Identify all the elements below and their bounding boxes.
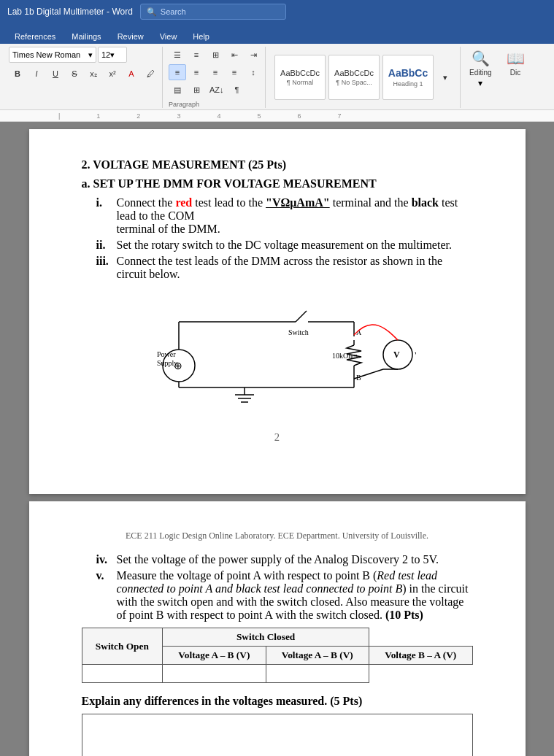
style-nospacing-preview: AaBbCcDc	[334, 69, 374, 77]
strikethrough-button[interactable]: S	[66, 66, 83, 82]
line-spacing-button[interactable]: ↕	[245, 64, 262, 80]
dic-label: Dic	[510, 69, 520, 77]
table-header-switch-open: Switch Open	[82, 628, 163, 665]
align-left-button[interactable]: ≡	[169, 64, 186, 80]
step-iii-num: iii.	[96, 255, 111, 281]
justify-button[interactable]: ≡	[226, 64, 243, 80]
font-name-dropdown[interactable]: Times New Roman ▾	[9, 47, 96, 63]
circuit-diagram: Power Supply ⊕ Switch A 10kOhm	[139, 293, 416, 417]
font-name-value: Times New Roman	[12, 50, 80, 59]
measurement-table: Switch Open Switch Closed Voltage A – B …	[82, 628, 473, 683]
italic-button[interactable]: I	[28, 66, 45, 82]
step-i: i. Connect the red test lead to the "VΩμ…	[96, 196, 473, 236]
font-size-arrow: ▾	[110, 50, 115, 60]
svg-text:⊕: ⊕	[174, 360, 182, 371]
app-title: Lab 1b Digital Multimeter - Word	[7, 7, 133, 17]
title-bar: Lab 1b Digital Multimeter - Word 🔍 Searc…	[0, 0, 554, 23]
font-size-dropdown[interactable]: 12 ▾	[98, 47, 127, 63]
italic-instruction: Red test lead connected to point A and b…	[117, 569, 437, 595]
dic-icon: 📖	[507, 50, 525, 67]
page-2: ECE 211 Logic Design Online Laboratory. …	[29, 501, 526, 756]
svg-text:V: V	[393, 350, 400, 360]
editing-section: 🔍 Editing ▾	[463, 47, 498, 108]
tab-references[interactable]: References	[7, 29, 63, 44]
step-v-num: v.	[96, 569, 111, 622]
multilevel-list-button[interactable]: ⊞	[207, 47, 224, 63]
numbered-list-button[interactable]: ≡	[188, 47, 205, 63]
step-ii-text: Set the rotary switch to the DC voltage …	[117, 239, 452, 252]
table-subheader-3: Voltage B – A (V)	[369, 647, 472, 665]
table-cell-2	[163, 665, 266, 683]
font-section: Times New Roman ▾ 12 ▾ B I U S x₂ x² A 🖊	[6, 47, 163, 108]
style-normal-preview: AaBbCcDc	[280, 69, 320, 77]
styles-section: AaBbCcDc ¶ Normal AaBbCcDc ¶ No Spac... …	[269, 47, 461, 108]
style-normal[interactable]: AaBbCcDc ¶ Normal	[274, 55, 326, 100]
styles-more-button[interactable]: ▾	[436, 69, 454, 85]
style-nospacing-label: ¶ No Spac...	[336, 79, 372, 86]
tab-review[interactable]: Review	[110, 29, 151, 44]
align-center-button[interactable]: ≡	[188, 64, 205, 80]
ruler: | 1 2 3 4 5 6 7	[0, 110, 554, 122]
paragraph-section: ☰ ≡ ⊞ ⇤ ⇥ ≡ ≡ ≡ ≡ ↕ ▤ ⊞ AZ↓ ¶ Paragraph	[166, 47, 266, 108]
page-number-1: 2	[82, 431, 473, 444]
svg-text:Voltmeter: Voltmeter	[415, 351, 416, 359]
style-no-spacing[interactable]: AaBbCcDc ¶ No Spac...	[328, 55, 380, 100]
svg-text:Power: Power	[157, 350, 176, 358]
style-heading1[interactable]: AaBbCc Heading 1	[382, 55, 434, 100]
subscript-button[interactable]: x₂	[85, 66, 102, 82]
table-subheader-2: Voltage A – B (V)	[266, 647, 369, 665]
bullets-button[interactable]: ☰	[169, 47, 186, 63]
dic-section: 📖 Dic	[501, 47, 531, 108]
page-1: 2. VOLTAGE MEASUREMENT (25 Pts) a. SET U…	[29, 129, 526, 494]
step-iv-num: iv.	[96, 553, 111, 566]
table-header-row: Switch Open Switch Closed	[82, 628, 472, 647]
step-ii: ii. Set the rotary switch to the DC volt…	[96, 239, 473, 252]
increase-indent-button[interactable]: ⇥	[245, 47, 262, 63]
step-iii-text: Connect the test leads of the DMM across…	[117, 255, 473, 281]
step-v-text: Measure the voltage of point A with resp…	[117, 569, 473, 622]
explain-section: Explain any differences in the voltages …	[82, 695, 473, 756]
decrease-indent-button[interactable]: ⇤	[226, 47, 243, 63]
svg-text:10kOhm: 10kOhm	[332, 352, 358, 360]
ribbon-nav: References Mailings Review View Help	[0, 23, 554, 44]
paragraph-label: Paragraph	[169, 99, 262, 108]
sort-button[interactable]: AZ↓	[207, 82, 227, 98]
shading-button[interactable]: ▤	[169, 82, 186, 98]
show-marks-button[interactable]: ¶	[228, 82, 246, 98]
font-dropdown-arrow: ▾	[88, 50, 93, 60]
tab-mailings[interactable]: Mailings	[64, 29, 108, 44]
document-area: 2. VOLTAGE MEASUREMENT (25 Pts) a. SET U…	[0, 122, 554, 756]
svg-line-7	[296, 311, 307, 322]
step-iii: iii. Connect the test leads of the DMM a…	[96, 255, 473, 281]
search-placeholder: Search	[161, 7, 186, 16]
underline-button[interactable]: U	[47, 66, 64, 82]
page-footer: ECE 211 Logic Design Online Laboratory. …	[82, 531, 473, 541]
highlight-button[interactable]: 🖊	[142, 66, 159, 82]
table-data-row	[82, 665, 472, 683]
step-ii-num: ii.	[96, 239, 111, 252]
step-iv-text: Set the voltage of the power supply of t…	[117, 553, 439, 566]
search-icon: 🔍	[147, 7, 157, 17]
tab-help[interactable]: Help	[185, 29, 217, 44]
font-size-value: 12	[101, 50, 110, 59]
table-subheader-1: Voltage A – B (V)	[163, 647, 266, 665]
terminal-label: "VΩμAmA"	[266, 196, 330, 209]
editing-dropdown-arrow: ▾	[478, 78, 482, 88]
superscript-button[interactable]: x²	[104, 66, 121, 82]
search-editing-icon: 🔍	[472, 50, 490, 67]
explain-heading: Explain any differences in the voltages …	[82, 695, 473, 708]
borders-button[interactable]: ⊞	[188, 82, 205, 98]
sub-heading: a. SET UP THE DMM FOR VOLTAGE MEASUREMEN…	[82, 177, 473, 190]
search-box[interactable]: 🔍 Search	[140, 4, 286, 20]
steps-list: i. Connect the red test lead to the "VΩμ…	[96, 196, 473, 281]
section-heading: 2. VOLTAGE MEASUREMENT (25 Pts)	[82, 158, 473, 171]
align-right-button[interactable]: ≡	[207, 64, 224, 80]
bold-button[interactable]: B	[9, 66, 26, 82]
tab-view[interactable]: View	[153, 29, 185, 44]
explain-answer-box[interactable]	[82, 714, 473, 756]
style-heading1-label: Heading 1	[393, 80, 423, 88]
table-cell-1	[82, 665, 163, 683]
ribbon-toolbar: Times New Roman ▾ 12 ▾ B I U S x₂ x² A 🖊…	[0, 44, 554, 110]
font-color-button[interactable]: A	[123, 66, 140, 82]
steps-list-2: iv. Set the voltage of the power supply …	[96, 553, 473, 622]
